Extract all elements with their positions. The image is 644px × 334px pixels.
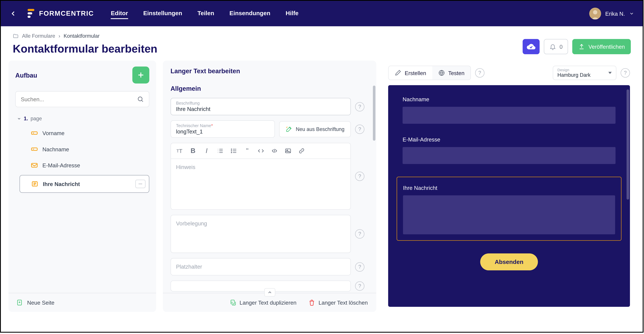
tree-item-label: Ihre Nachricht [43, 181, 80, 187]
search-input[interactable] [21, 96, 137, 102]
trash-icon [308, 299, 315, 306]
help-placeholder-icon[interactable]: ? [355, 262, 364, 272]
rt-italic-button[interactable]: I [202, 147, 211, 155]
preview-field-message: Ihre Nachricht [397, 177, 622, 241]
upload-icon [578, 43, 585, 50]
help-label-icon[interactable]: ? [355, 102, 364, 111]
nav-tab-submissions[interactable]: Einsendungen [230, 8, 270, 19]
mode-create-button[interactable]: Erstellen [389, 66, 432, 80]
nav-tab-share[interactable]: Teilen [198, 8, 214, 19]
rt-embed-button[interactable] [270, 147, 279, 155]
generate-from-label-button[interactable]: Neu aus Beschriftung [279, 121, 351, 137]
rt-ol-button[interactable] [216, 147, 224, 155]
svg-point-11 [140, 184, 141, 184]
nav-tab-editor[interactable]: Editor [111, 8, 128, 19]
preview-input-lastname[interactable] [402, 107, 616, 124]
next-field-input[interactable] [170, 281, 351, 292]
svg-rect-7 [32, 148, 37, 150]
svg-rect-8 [32, 163, 37, 167]
delete-button[interactable]: Langer Text löschen [308, 299, 368, 306]
logo-icon [27, 9, 35, 18]
tree-item-more-button[interactable] [135, 180, 146, 188]
folder-icon [13, 33, 19, 39]
bell-icon [549, 43, 556, 50]
tree-item-label: Nachname [42, 146, 69, 152]
breadcrumb-root[interactable]: Alle Formulare [22, 33, 55, 39]
svg-point-10 [139, 184, 140, 184]
mode-test-button[interactable]: Testen [432, 66, 470, 80]
save-cloud-button[interactable] [522, 39, 540, 54]
more-icon [138, 181, 143, 186]
publish-button[interactable]: Veröffentlichen [572, 39, 631, 54]
tree-item-nachricht[interactable]: Ihre Nachricht [20, 175, 149, 193]
new-page-button[interactable]: Neue Seite [8, 293, 156, 312]
svg-rect-2 [28, 16, 30, 18]
nav-tabs: Editor Einstellungen Teilen Einsendungen… [111, 8, 298, 19]
help-mode-icon[interactable]: ? [475, 68, 484, 78]
tree-item-nachname[interactable]: Nachname [15, 141, 149, 157]
label-field[interactable]: Beschriftung Ihre Nachricht [170, 98, 351, 115]
props-scrollbar[interactable] [373, 81, 376, 293]
preview-textarea-message[interactable] [403, 195, 615, 234]
search-field[interactable] [15, 91, 149, 107]
preview-input-email[interactable] [402, 147, 616, 164]
duplicate-button[interactable]: Langer Text duplizieren [229, 299, 296, 306]
brand-logo: FORMCENTRIC [27, 9, 94, 18]
add-element-button[interactable] [132, 66, 149, 84]
nav-tab-settings[interactable]: Einstellungen [143, 8, 182, 19]
structure-title: Aufbau [15, 71, 37, 79]
page-title: Kontaktformular bearbeiten [13, 42, 157, 55]
svg-rect-6 [32, 132, 37, 134]
placeholder-input[interactable]: Platzhalter [170, 258, 351, 276]
svg-point-15 [231, 151, 232, 151]
rt-textsize-button[interactable]: TT [175, 147, 184, 155]
svg-point-14 [231, 149, 232, 149]
help-hint-icon[interactable]: ? [355, 172, 364, 181]
rt-bold-button[interactable]: B [189, 147, 197, 155]
scroll-up-button[interactable] [264, 288, 275, 297]
rt-ul-button[interactable] [230, 147, 238, 155]
globe-icon [438, 69, 445, 76]
rt-quote-button[interactable]: " [243, 147, 252, 155]
technical-name-field[interactable]: Technischer Name* longText_1 [170, 120, 275, 138]
text-field-icon [30, 145, 38, 153]
section-general-title: Allgemein [170, 85, 364, 92]
chevron-down-icon [629, 11, 634, 16]
text-field-icon [30, 129, 38, 137]
preview-field-lastname: Nachname [402, 96, 616, 124]
hint-textarea[interactable]: Hinweis [170, 159, 351, 210]
design-selector[interactable]: Design Hamburg Dark [553, 66, 616, 80]
mail-icon [30, 161, 38, 169]
brand-name: FORMCENTRIC [39, 10, 94, 17]
breadcrumb-current: Kontaktformular [64, 33, 100, 39]
rt-code-button[interactable] [257, 147, 265, 155]
user-menu[interactable]: Erika N. [589, 8, 634, 19]
svg-point-16 [231, 152, 232, 153]
preview-scrollbar[interactable] [627, 89, 629, 200]
breadcrumb: Alle Formulare › Kontaktformular [13, 33, 157, 39]
notifications-button[interactable]: 0 [544, 39, 568, 54]
tree-item-label: Vorname [42, 130, 64, 136]
search-icon [137, 96, 144, 103]
help-next-icon[interactable]: ? [355, 282, 364, 291]
svg-rect-1 [28, 12, 32, 14]
notif-count: 0 [560, 43, 562, 50]
help-techname-icon[interactable]: ? [355, 124, 364, 134]
preview-submit-button[interactable]: Absenden [480, 253, 538, 271]
svg-point-12 [141, 184, 142, 184]
wand-icon [286, 126, 292, 132]
nav-tab-help[interactable]: Hilfe [286, 8, 298, 19]
props-title: Langer Text bearbeiten [163, 60, 376, 81]
rt-image-button[interactable] [284, 147, 292, 155]
default-value-textarea[interactable]: Vorbelegung [170, 215, 351, 253]
tree-item-vorname[interactable]: Vorname [15, 125, 149, 141]
help-default-icon[interactable]: ? [355, 229, 364, 239]
back-button[interactable] [9, 10, 17, 17]
user-name: Erika N. [605, 10, 625, 17]
help-design-icon[interactable]: ? [620, 68, 630, 78]
textarea-icon [31, 180, 38, 188]
tree-page-header[interactable]: 1. page [15, 112, 149, 125]
rt-link-button[interactable] [298, 147, 306, 155]
svg-point-5 [138, 97, 142, 101]
tree-item-email[interactable]: E-Mail-Adresse [15, 157, 149, 173]
